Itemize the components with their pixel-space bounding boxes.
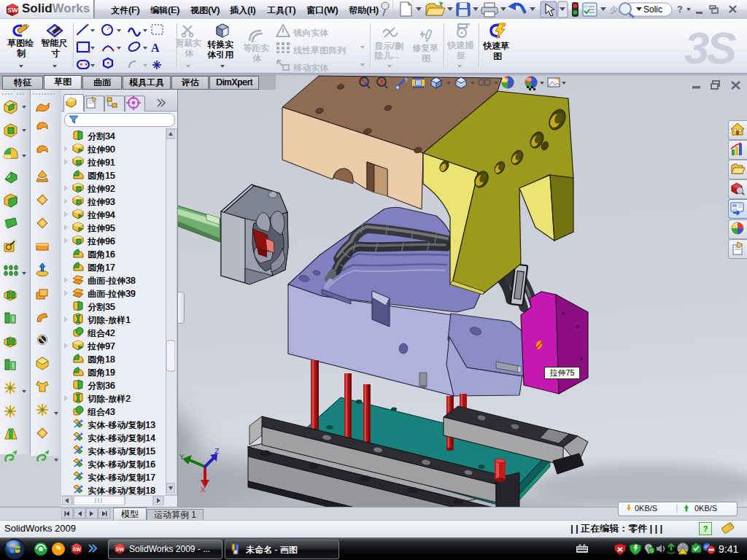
svg-text:Y: Y (179, 453, 185, 462)
svg-text:Z: Z (214, 447, 220, 456)
svg-text:X: X (201, 486, 206, 494)
svg-text:SW: SW (7, 7, 18, 14)
svg-text:SW: SW (73, 547, 82, 552)
svg-text:Solic: Solic (643, 4, 662, 15)
svg-text:SW: SW (116, 547, 125, 552)
svg-text:A: A (151, 42, 160, 54)
